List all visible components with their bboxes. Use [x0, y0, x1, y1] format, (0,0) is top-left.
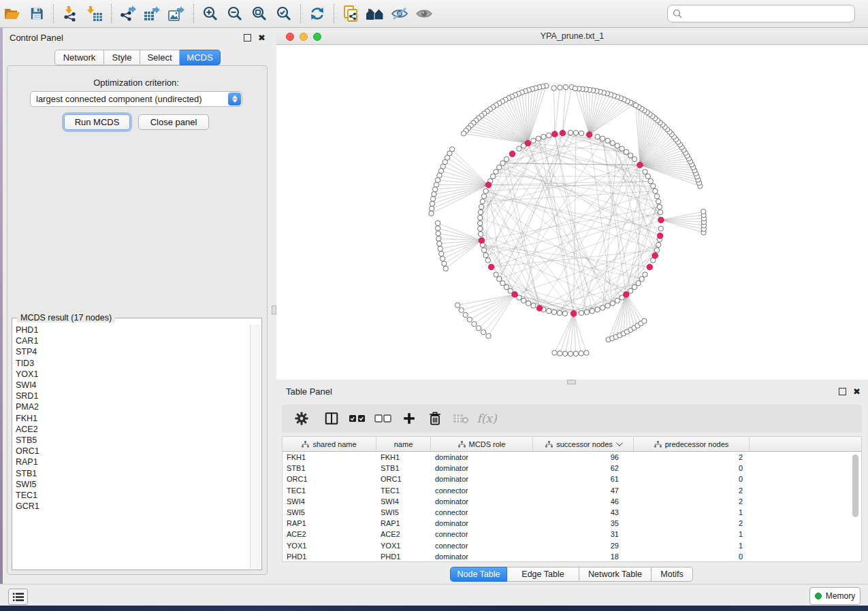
table-settings-gear-icon[interactable] — [290, 407, 313, 430]
cell-successor-nodes[interactable]: 35 — [533, 519, 634, 527]
cell-successor-nodes[interactable]: 18 — [533, 552, 634, 561]
mcds-result-item[interactable]: TEC1 — [16, 490, 251, 501]
cell-successor-nodes[interactable]: 62 — [533, 464, 634, 472]
node-table[interactable]: shared namenameMCDS rolesuccessor nodesp… — [282, 436, 862, 562]
table-row[interactable]: RAP1RAP1dominator352 — [283, 518, 861, 529]
network-window-titlebar[interactable]: YPA_prune.txt_1 — [276, 28, 868, 45]
cell-shared-name[interactable]: YOX1 — [283, 542, 376, 550]
mcds-result-item[interactable]: STB1 — [16, 468, 251, 479]
cell-name[interactable]: PHD1 — [376, 552, 431, 561]
cell-successor-nodes[interactable]: 46 — [533, 497, 634, 506]
cell-successor-nodes[interactable]: 96 — [533, 453, 634, 461]
cell-MCDS-role[interactable]: dominator — [431, 464, 533, 472]
cell-successor-nodes[interactable]: 31 — [533, 530, 634, 538]
export-network-icon[interactable] — [116, 3, 140, 24]
cell-shared-name[interactable]: FKH1 — [283, 453, 376, 461]
cell-shared-name[interactable]: SWI5 — [283, 508, 376, 516]
column-header-MCDS-role[interactable]: MCDS role — [431, 437, 533, 451]
show-all-eye-icon[interactable] — [412, 3, 436, 24]
cell-name[interactable]: ACE2 — [376, 530, 431, 538]
tab-motifs[interactable]: Motifs — [652, 567, 693, 582]
cell-name[interactable]: SWI5 — [376, 508, 431, 516]
cell-MCDS-role[interactable]: dominator — [431, 453, 533, 461]
cell-MCDS-role[interactable]: dominator — [431, 552, 533, 561]
cell-MCDS-role[interactable]: connector — [431, 530, 533, 538]
mcds-result-item[interactable]: SWI4 — [16, 380, 251, 391]
cell-successor-nodes[interactable]: 43 — [533, 508, 634, 516]
cell-predecessor-nodes[interactable]: 1 — [634, 542, 750, 550]
cell-shared-name[interactable]: RAP1 — [283, 519, 376, 527]
search-input[interactable] — [667, 5, 855, 22]
deselect-all-rows-icon[interactable] — [372, 407, 395, 430]
cell-MCDS-role[interactable]: connector — [431, 508, 533, 516]
create-column-plus-icon[interactable] — [398, 407, 421, 430]
mcds-result-item[interactable]: STB5 — [16, 435, 251, 446]
network-canvas[interactable] — [276, 45, 868, 380]
open-file-icon[interactable] — [0, 3, 25, 24]
control-panel-float-icon[interactable] — [244, 34, 251, 42]
mcds-result-item[interactable]: SRD1 — [16, 391, 251, 401]
cell-shared-name[interactable]: ORC1 — [283, 475, 376, 483]
table-row[interactable]: ORC1ORC1dominator610 — [283, 474, 861, 484]
tab-network-table[interactable]: Network Table — [579, 567, 652, 582]
cell-successor-nodes[interactable]: 61 — [533, 475, 634, 483]
export-image-icon[interactable] — [165, 3, 189, 24]
cell-name[interactable]: ORC1 — [376, 475, 431, 483]
mcds-result-item[interactable]: ORC1 — [16, 446, 251, 457]
table-row[interactable]: TEC1TEC1connector472 — [283, 485, 861, 496]
optimization-criterion-select[interactable]: largest connected component (undirected) — [30, 91, 242, 107]
cell-name[interactable]: SWI4 — [376, 497, 431, 506]
close-panel-button[interactable]: Close panel — [138, 114, 209, 130]
zoom-fit-icon[interactable] — [247, 3, 272, 24]
mcds-result-item[interactable]: FKH1 — [16, 413, 251, 424]
tab-select[interactable]: Select — [140, 50, 180, 65]
task-history-list-button[interactable] — [8, 589, 28, 605]
cell-predecessor-nodes[interactable]: 2 — [634, 453, 750, 461]
mcds-result-item[interactable]: TID3 — [16, 358, 251, 369]
network-graph[interactable] — [276, 45, 868, 380]
cell-shared-name[interactable]: STB1 — [283, 464, 376, 472]
cell-MCDS-role[interactable]: dominator — [431, 497, 533, 506]
horizontal-splitter-handle[interactable] — [567, 380, 576, 384]
cell-MCDS-role[interactable]: connector — [431, 486, 533, 495]
table-row[interactable]: YOX1YOX1connector291 — [283, 540, 861, 551]
mcds-result-item[interactable]: ACE2 — [16, 424, 251, 435]
clone-network-icon[interactable] — [338, 3, 363, 24]
cell-predecessor-nodes[interactable]: 1 — [634, 508, 750, 516]
save-session-icon[interactable] — [25, 3, 49, 24]
zoom-selected-icon[interactable] — [272, 3, 296, 24]
houses-icon[interactable] — [363, 3, 387, 24]
mcds-result-item[interactable]: CAR1 — [16, 335, 251, 346]
delete-columns-trash-icon[interactable] — [423, 407, 447, 430]
column-header-predecessor-nodes[interactable]: predecessor nodes — [634, 437, 750, 451]
tab-edge-table[interactable]: Edge Table — [507, 567, 579, 582]
control-panel-close-icon[interactable]: ✖ — [258, 35, 266, 41]
cell-MCDS-role[interactable]: connector — [431, 542, 533, 550]
import-table-icon[interactable] — [82, 3, 107, 24]
mcds-result-item[interactable]: RAP1 — [16, 457, 251, 467]
cell-predecessor-nodes[interactable]: 1 — [634, 530, 750, 538]
show-column-panel-icon[interactable] — [320, 407, 343, 430]
delete-table-icon[interactable] — [449, 407, 472, 430]
hide-selected-eye-icon[interactable] — [387, 3, 412, 24]
table-row[interactable]: PHD1PHD1dominator180 — [283, 551, 861, 562]
column-header-name[interactable]: name — [376, 437, 431, 451]
mcds-result-item[interactable]: YOX1 — [16, 369, 251, 380]
tab-network[interactable]: Network — [54, 50, 104, 65]
cell-predecessor-nodes[interactable]: 0 — [634, 475, 750, 483]
cell-successor-nodes[interactable]: 29 — [533, 542, 634, 550]
memory-button[interactable]: Memory — [809, 587, 861, 605]
cell-shared-name[interactable]: ACE2 — [283, 530, 376, 538]
select-all-rows-icon[interactable] — [346, 407, 369, 430]
table-row[interactable]: FKH1FKH1dominator962 — [283, 452, 861, 463]
mcds-result-list[interactable]: PHD1CAR1STP4TID3YOX1SWI4SRD1PMA2FKH1ACE2… — [13, 325, 251, 569]
mcds-result-item[interactable]: GCR1 — [16, 501, 251, 512]
column-header-successor-nodes[interactable]: successor nodes — [533, 437, 634, 451]
zoom-in-icon[interactable] — [198, 3, 223, 24]
vertical-splitter-handle[interactable] — [272, 306, 276, 314]
export-table-icon[interactable] — [140, 3, 165, 24]
mcds-result-item[interactable]: SWI5 — [16, 479, 251, 490]
table-row[interactable]: ACE2ACE2connector311 — [283, 529, 861, 540]
cell-shared-name[interactable]: TEC1 — [283, 486, 376, 495]
cell-shared-name[interactable]: PHD1 — [283, 552, 376, 561]
